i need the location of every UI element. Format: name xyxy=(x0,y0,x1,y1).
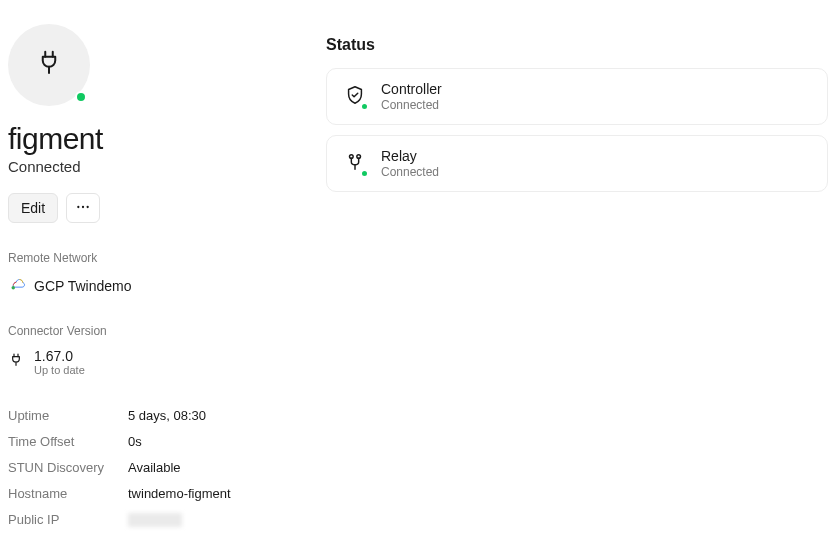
connection-state: Connected xyxy=(8,158,318,175)
svg-point-1 xyxy=(82,205,84,207)
detail-val: twindemo-figment xyxy=(128,486,231,501)
detail-key: Time Offset xyxy=(8,434,128,449)
sidebar-details: figment Connected Edit Remote Network GC… xyxy=(8,24,318,529)
status-dot xyxy=(360,102,369,111)
detail-key: Hostname xyxy=(8,486,128,501)
detail-row-hostname: Hostname twindemo-figment xyxy=(8,481,318,507)
detail-key: Uptime xyxy=(8,408,128,423)
connector-version-value: 1.67.0 xyxy=(34,348,85,364)
detail-val: 5 days, 08:30 xyxy=(128,408,206,423)
status-heading: Status xyxy=(326,36,828,54)
status-dot xyxy=(360,169,369,178)
connector-name: figment xyxy=(8,122,318,156)
action-buttons: Edit xyxy=(8,193,318,223)
remote-network-row[interactable]: GCP Twindemo xyxy=(8,275,318,296)
status-panel: Status Controller Connected xyxy=(318,24,828,529)
detail-val: Available xyxy=(128,460,181,475)
detail-val-redacted xyxy=(128,513,182,527)
status-card-relay[interactable]: Relay Connected xyxy=(326,135,828,192)
connector-version-row: 1.67.0 Up to date xyxy=(8,348,318,377)
plug-icon xyxy=(8,352,24,372)
connector-version-label: Connector Version xyxy=(8,324,318,338)
detail-key: Public IP xyxy=(8,512,128,527)
remote-network-name: GCP Twindemo xyxy=(34,278,132,294)
edit-button[interactable]: Edit xyxy=(8,193,58,223)
status-name: Relay xyxy=(381,148,439,165)
svg-point-3 xyxy=(12,286,15,289)
detail-row-time-offset: Time Offset 0s xyxy=(8,429,318,455)
detail-row-uptime: Uptime 5 days, 08:30 xyxy=(8,403,318,429)
detail-val: 0s xyxy=(128,434,142,449)
detail-row-private-ip: Private IP 10.128.0.5 xyxy=(8,533,318,541)
connector-avatar xyxy=(8,24,90,106)
detail-row-public-ip: Public IP xyxy=(8,507,318,533)
status-name: Controller xyxy=(381,81,442,98)
remote-network-label: Remote Network xyxy=(8,251,318,265)
status-icon-wrap xyxy=(343,152,367,176)
detail-row-stun: STUN Discovery Available xyxy=(8,455,318,481)
status-dot xyxy=(75,91,87,103)
details-table: Uptime 5 days, 08:30 Time Offset 0s STUN… xyxy=(8,403,318,541)
more-icon xyxy=(75,199,91,218)
svg-point-0 xyxy=(77,205,79,207)
plug-icon xyxy=(34,48,64,82)
detail-key: STUN Discovery xyxy=(8,460,128,475)
status-state: Connected xyxy=(381,98,442,112)
gcp-icon xyxy=(8,275,26,296)
more-button[interactable] xyxy=(66,193,100,223)
connector-version-status: Up to date xyxy=(34,364,85,377)
status-state: Connected xyxy=(381,165,439,179)
status-icon-wrap xyxy=(343,85,367,109)
status-card-controller[interactable]: Controller Connected xyxy=(326,68,828,125)
svg-point-2 xyxy=(87,205,89,207)
